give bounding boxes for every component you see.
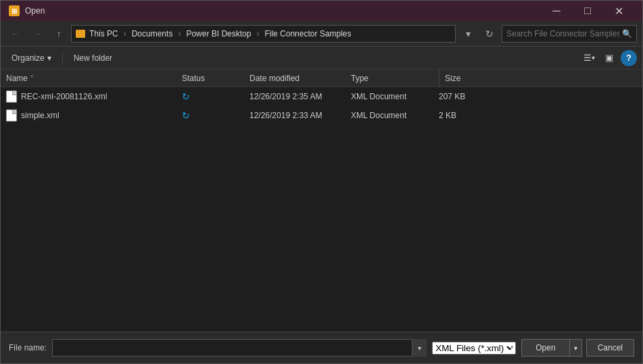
file-date: 12/26/2019 2:33 AM (249, 111, 322, 120)
file-date: 12/26/2019 2:35 AM (249, 92, 322, 101)
sync-icon: ↻ (182, 91, 190, 102)
file-type-cell: XML Document (351, 111, 439, 120)
preview-button[interactable]: ▣ (600, 49, 618, 67)
file-size-cell: 2 KB (439, 111, 637, 120)
file-status-cell: ↻ (182, 110, 249, 121)
file-type: XML Document (351, 111, 406, 120)
title-controls: ─ □ ✕ (541, 1, 634, 21)
file-list[interactable]: REC-xml-20081126.xml ↻ 12/26/2019 2:35 A… (1, 87, 642, 332)
table-row[interactable]: simple.xml ↻ 12/26/2019 2:33 AM XML Docu… (1, 106, 642, 125)
organize-button[interactable]: Organize ▾ (6, 51, 57, 65)
search-icon: 🔍 (622, 29, 632, 38)
open-arrow-icon: ▾ (574, 344, 577, 352)
file-status-cell: ↻ (182, 91, 249, 102)
up-button[interactable]: ↑ (49, 25, 68, 43)
file-name: simple.xml (21, 111, 59, 120)
column-headers: Name ^ Status Date modified Type Size (1, 70, 642, 87)
sync-icon: ↻ (182, 110, 190, 121)
organize-arrow-icon: ▾ (47, 53, 51, 63)
file-date-cell: 12/26/2019 2:33 AM (249, 111, 351, 120)
file-name: REC-xml-20081126.xml (21, 92, 107, 101)
file-date-cell: 12/26/2019 2:35 AM (249, 92, 351, 101)
new-folder-button[interactable]: New folder (68, 51, 118, 65)
column-type-header[interactable]: Type (351, 74, 439, 83)
filename-label: File name: (9, 343, 47, 353)
path-sep-3: › (256, 29, 259, 38)
minimize-button[interactable]: ─ (541, 1, 572, 21)
title-bar: ⊞ Open ─ □ ✕ (1, 1, 642, 21)
action-buttons: Open ▾ Cancel (521, 339, 634, 357)
refresh-button[interactable]: ↻ (480, 25, 499, 43)
path-documents: Documents (132, 29, 173, 38)
column-divider (439, 70, 439, 87)
toolbar-left: Organize ▾ New folder (6, 51, 118, 65)
file-size-cell: 207 KB (439, 92, 637, 101)
view-icon: ☰ (584, 53, 592, 63)
address-bar: ← → ↑ This PC › Documents › Power BI Des… (1, 21, 642, 47)
help-button[interactable]: ? (621, 50, 637, 66)
file-type-cell: XML Document (351, 92, 439, 101)
path-dropdown-button[interactable]: ▾ (458, 25, 477, 43)
folder-icon (76, 30, 85, 38)
column-name-header[interactable]: Name ^ (6, 74, 182, 83)
path-folder-icon (76, 30, 85, 38)
file-name-cell: simple.xml (6, 109, 182, 122)
toolbar: Organize ▾ New folder ☰ ▾ ▣ ? (1, 47, 642, 70)
file-icon (6, 109, 17, 122)
toolbar-right: ☰ ▾ ▣ ? (580, 49, 637, 67)
path-connector: File Connector Samples (264, 29, 351, 38)
title-bar-left: ⊞ Open (9, 5, 45, 16)
search-box[interactable]: 🔍 (502, 25, 637, 43)
organize-label: Organize (11, 53, 45, 63)
path-powerbi: Power BI Desktop (186, 29, 251, 38)
address-path[interactable]: This PC › Documents › Power BI Desktop ›… (71, 25, 456, 43)
help-label: ? (626, 53, 632, 63)
open-button-arrow[interactable]: ▾ (570, 339, 582, 357)
view-button[interactable]: ☰ ▾ (580, 49, 598, 67)
column-status-header[interactable]: Status (182, 74, 249, 83)
back-button[interactable]: ← (6, 25, 25, 43)
file-type: XML Document (351, 92, 406, 101)
column-size-header[interactable]: Size (445, 74, 637, 83)
file-name-cell: REC-xml-20081126.xml (6, 90, 182, 103)
filename-input[interactable] (52, 339, 427, 357)
view-arrow-icon: ▾ (592, 54, 595, 61)
filetype-select[interactable]: XML Files (*.xml) All Files (*.*) (432, 342, 516, 355)
forward-button[interactable]: → (28, 25, 47, 43)
preview-icon: ▣ (605, 53, 613, 63)
file-size: 207 KB (439, 92, 465, 101)
filename-dropdown-button[interactable]: ▾ (412, 339, 427, 357)
bottom-bar: File name: ▾ XML Files (*.xml) All Files… (1, 332, 642, 363)
file-size: 2 KB (439, 111, 456, 120)
path-sep-1: › (124, 29, 126, 38)
table-row[interactable]: REC-xml-20081126.xml ↻ 12/26/2019 2:35 A… (1, 87, 642, 106)
filename-input-container: ▾ (52, 339, 427, 357)
path-this-pc: This PC (89, 29, 118, 38)
maximize-button[interactable]: □ (572, 1, 603, 21)
path-sep-2: › (178, 29, 181, 38)
file-icon (6, 90, 17, 103)
dialog-title: Open (25, 6, 45, 16)
cancel-button[interactable]: Cancel (586, 339, 634, 357)
close-button[interactable]: ✕ (603, 1, 634, 21)
toolbar-separator (62, 51, 63, 65)
dialog-icon: ⊞ (9, 5, 20, 16)
search-input[interactable] (506, 29, 619, 38)
open-dialog: ⊞ Open ─ □ ✕ ← → ↑ This PC › Documents ›… (0, 0, 643, 364)
sort-arrow-icon: ^ (30, 74, 34, 82)
open-button[interactable]: Open (521, 339, 569, 357)
new-folder-label: New folder (74, 53, 112, 63)
filetype-select-wrapper: XML Files (*.xml) All Files (*.*) (432, 342, 516, 355)
column-date-header[interactable]: Date modified (249, 74, 351, 83)
